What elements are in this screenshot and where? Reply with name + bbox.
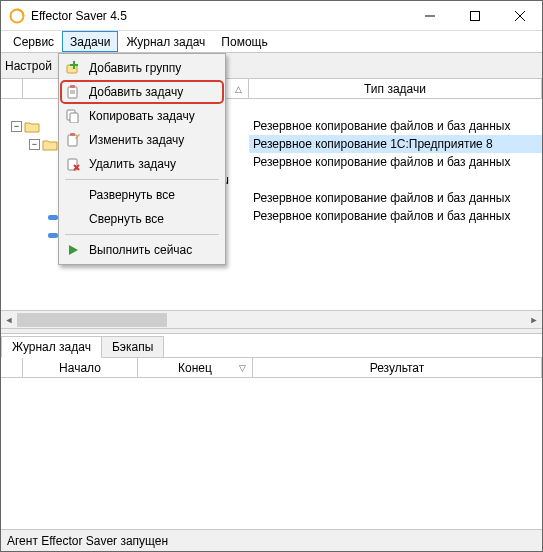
svg-rect-14 [68, 135, 77, 146]
log-column-end[interactable]: Конец ▽ [138, 358, 253, 377]
svg-rect-9 [70, 85, 75, 88]
folder-open-icon [42, 138, 58, 151]
expand-all-icon [65, 187, 81, 203]
menu-delete-task[interactable]: Удалить задачу [61, 152, 223, 176]
svg-rect-20 [48, 215, 58, 220]
table-row[interactable]: Резервное копирование файлов и баз данны… [249, 207, 542, 225]
column-label: Начало [59, 361, 101, 375]
bottom-panel: Журнал задач Бэкапы Начало Конец ▽ Резул… [1, 334, 542, 529]
title-bar: Effector Saver 4.5 [1, 1, 542, 31]
cell-type: Резервное копирование 1С:Предприятие 8 [253, 137, 493, 151]
copy-task-icon [65, 108, 81, 124]
table-row[interactable]: Резервное копирование файлов и баз данны… [249, 117, 542, 135]
delete-task-icon [65, 156, 81, 172]
close-button[interactable] [497, 1, 542, 30]
add-group-icon [65, 60, 81, 76]
log-grid-body[interactable] [1, 378, 542, 529]
app-icon [9, 8, 25, 24]
menu-add-task[interactable]: Добавить задачу [60, 80, 224, 104]
column-label: Тип задачи [364, 82, 426, 96]
table-row[interactable]: Резервное копирование файлов и баз данны… [249, 189, 542, 207]
column-label: Конец [178, 361, 212, 375]
menu-item-label: Добавить группу [89, 61, 181, 75]
type-column-body: Резервное копирование файлов и баз данны… [249, 99, 542, 310]
column-header-icon[interactable] [1, 79, 23, 98]
log-column-icon[interactable] [1, 358, 23, 377]
status-bar: Агент Effector Saver запущен [1, 529, 542, 551]
status-text: Агент Effector Saver запущен [7, 534, 168, 548]
expand-minus-icon[interactable]: − [29, 139, 40, 150]
log-column-start[interactable]: Начало [23, 358, 138, 377]
svg-rect-7 [70, 64, 78, 66]
menu-item-label: Изменить задачу [89, 133, 184, 147]
menu-item-label: Развернуть все [89, 188, 175, 202]
menu-expand-all[interactable]: Развернуть все [61, 183, 223, 207]
menu-run-now[interactable]: Выполнить сейчас [61, 238, 223, 262]
cell-type: Резервное копирование файлов и баз данны… [253, 119, 510, 133]
sort-asc-icon: △ [235, 84, 242, 94]
window-title: Effector Saver 4.5 [31, 9, 407, 23]
bottom-tabs: Журнал задач Бэкапы [1, 334, 542, 358]
menu-tasks[interactable]: Задачи [62, 31, 118, 52]
cell-type: Резервное копирование файлов и баз данны… [253, 191, 510, 205]
menu-edit-task[interactable]: Изменить задачу [61, 128, 223, 152]
scrollbar-thumb[interactable] [17, 313, 167, 327]
cell-type: Резервное копирование файлов и баз данны… [253, 155, 510, 169]
column-header-type[interactable]: Тип задачи [249, 79, 542, 98]
svg-marker-19 [69, 245, 78, 255]
table-row[interactable]: Резервное копирование 1С:Предприятие 8 [249, 135, 542, 153]
svg-rect-5 [67, 65, 77, 73]
tab-label: Журнал задач [12, 340, 91, 354]
menu-service[interactable]: Сервис [5, 31, 62, 52]
menu-bar: Сервис Задачи Журнал задач Помощь [1, 31, 542, 53]
scroll-right-arrow-icon[interactable]: ► [526, 311, 542, 329]
svg-rect-21 [48, 233, 58, 238]
menu-item-label: Добавить задачу [89, 85, 183, 99]
svg-rect-13 [70, 113, 78, 123]
svg-rect-2 [470, 11, 479, 20]
column-label: Результат [370, 361, 425, 375]
tab-label: Бэкапы [112, 340, 153, 354]
menu-add-group[interactable]: Добавить группу [61, 56, 223, 80]
folder-open-icon [24, 120, 40, 133]
table-row[interactable]: Резервное копирование файлов и баз данны… [249, 153, 542, 171]
horizontal-scrollbar[interactable]: ◄ ► [1, 310, 542, 328]
expand-minus-icon[interactable]: − [11, 121, 22, 132]
tasks-dropdown: Добавить группу Добавить задачу Копирова… [58, 53, 226, 265]
menu-item-label: Удалить задачу [89, 157, 176, 171]
tab-task-log[interactable]: Журнал задач [1, 336, 102, 358]
maximize-button[interactable] [452, 1, 497, 30]
toolbar-label: Настрой [5, 59, 52, 73]
table-row[interactable] [249, 171, 542, 189]
edit-task-icon [65, 132, 81, 148]
menu-copy-task[interactable]: Копировать задачу [61, 104, 223, 128]
run-now-icon [65, 242, 81, 258]
menu-separator [65, 179, 219, 180]
log-column-result[interactable]: Результат [253, 358, 542, 377]
tab-backups[interactable]: Бэкапы [101, 336, 164, 357]
menu-item-label: Копировать задачу [89, 109, 195, 123]
add-task-icon [65, 84, 81, 100]
menu-item-label: Выполнить сейчас [89, 243, 192, 257]
sort-desc-icon: ▽ [239, 363, 246, 373]
table-row[interactable] [249, 99, 542, 117]
minimize-button[interactable] [407, 1, 452, 30]
menu-help[interactable]: Помощь [213, 31, 275, 52]
cell-type: Резервное копирование файлов и баз данны… [253, 209, 510, 223]
log-grid-header: Начало Конец ▽ Результат [1, 358, 542, 378]
collapse-all-icon [65, 211, 81, 227]
menu-task-log[interactable]: Журнал задач [118, 31, 213, 52]
scroll-left-arrow-icon[interactable]: ◄ [1, 311, 17, 329]
menu-collapse-all[interactable]: Свернуть все [61, 207, 223, 231]
svg-rect-15 [70, 133, 75, 136]
menu-item-label: Свернуть все [89, 212, 164, 226]
menu-separator [65, 234, 219, 235]
